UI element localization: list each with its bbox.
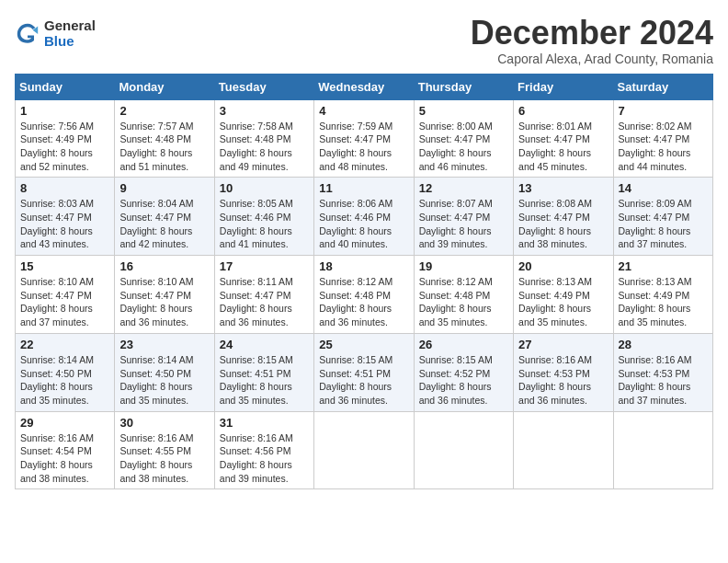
header-sunday: Sunday <box>16 74 115 99</box>
calendar-week-row: 29 Sunrise: 8:16 AMSunset: 4:54 PMDaylig… <box>16 411 713 489</box>
day-detail: Sunrise: 7:57 AMSunset: 4:48 PMDaylight:… <box>119 121 193 172</box>
day-number: 9 <box>119 181 209 195</box>
logo-text: General Blue <box>44 18 96 49</box>
logo-icon <box>15 21 40 47</box>
day-detail: Sunrise: 8:16 AMSunset: 4:54 PMDaylight:… <box>20 432 94 484</box>
calendar-cell <box>613 411 712 489</box>
header-thursday: Thursday <box>414 74 513 99</box>
day-number: 23 <box>119 338 209 351</box>
location-subtitle: Caporal Alexa, Arad County, Romania <box>471 52 713 66</box>
day-number: 6 <box>518 104 608 118</box>
logo: General Blue <box>15 18 96 49</box>
day-detail: Sunrise: 8:08 AMSunset: 4:47 PMDaylight:… <box>518 198 592 249</box>
day-detail: Sunrise: 7:56 AMSunset: 4:49 PMDaylight:… <box>20 121 94 172</box>
calendar-cell: 12 Sunrise: 8:07 AMSunset: 4:47 PMDaylig… <box>414 178 513 256</box>
day-detail: Sunrise: 8:04 AMSunset: 4:47 PMDaylight:… <box>119 198 193 249</box>
calendar-cell: 24 Sunrise: 8:15 AMSunset: 4:51 PMDaylig… <box>214 333 313 411</box>
day-number: 20 <box>518 259 608 273</box>
page-header: General Blue December 2024 Caporal Alexa… <box>15 15 713 66</box>
day-detail: Sunrise: 8:07 AMSunset: 4:47 PMDaylight:… <box>419 198 493 249</box>
calendar-cell: 28 Sunrise: 8:16 AMSunset: 4:53 PMDaylig… <box>613 333 712 411</box>
day-detail: Sunrise: 8:10 AMSunset: 4:47 PMDaylight:… <box>119 276 193 327</box>
day-detail: Sunrise: 8:09 AMSunset: 4:47 PMDaylight:… <box>619 198 692 249</box>
calendar-cell: 26 Sunrise: 8:15 AMSunset: 4:52 PMDaylig… <box>414 333 513 411</box>
day-number: 4 <box>319 104 408 118</box>
calendar-week-row: 22 Sunrise: 8:14 AMSunset: 4:50 PMDaylig… <box>16 333 713 411</box>
calendar-cell: 13 Sunrise: 8:08 AMSunset: 4:47 PMDaylig… <box>514 178 613 256</box>
month-title: December 2024 <box>471 15 713 52</box>
day-detail: Sunrise: 8:03 AMSunset: 4:47 PMDaylight:… <box>20 198 94 249</box>
calendar-cell: 5 Sunrise: 8:00 AMSunset: 4:47 PMDayligh… <box>414 99 513 178</box>
day-number: 22 <box>20 338 109 351</box>
day-number: 14 <box>619 181 708 195</box>
calendar-cell: 30 Sunrise: 8:16 AMSunset: 4:55 PMDaylig… <box>115 411 214 489</box>
calendar-cell: 25 Sunrise: 8:15 AMSunset: 4:51 PMDaylig… <box>314 333 414 411</box>
day-number: 15 <box>20 259 109 273</box>
day-detail: Sunrise: 8:16 AMSunset: 4:55 PMDaylight:… <box>119 432 193 484</box>
calendar-cell: 9 Sunrise: 8:04 AMSunset: 4:47 PMDayligh… <box>115 178 214 256</box>
calendar-table: Sunday Monday Tuesday Wednesday Thursday… <box>15 74 713 490</box>
day-number: 25 <box>319 338 408 351</box>
day-number: 29 <box>20 416 109 430</box>
header-saturday: Saturday <box>613 74 712 99</box>
day-detail: Sunrise: 8:12 AMSunset: 4:48 PMDaylight:… <box>419 276 493 327</box>
day-detail: Sunrise: 7:59 AMSunset: 4:47 PMDaylight:… <box>319 121 392 172</box>
header-friday: Friday <box>514 74 613 99</box>
day-number: 31 <box>220 416 309 430</box>
day-detail: Sunrise: 8:13 AMSunset: 4:49 PMDaylight:… <box>619 276 692 327</box>
day-detail: Sunrise: 8:12 AMSunset: 4:48 PMDaylight:… <box>319 276 392 327</box>
day-detail: Sunrise: 8:14 AMSunset: 4:50 PMDaylight:… <box>119 354 193 406</box>
day-detail: Sunrise: 8:16 AMSunset: 4:53 PMDaylight:… <box>619 354 692 406</box>
day-number: 13 <box>518 181 608 195</box>
day-number: 5 <box>419 104 508 118</box>
calendar-cell: 11 Sunrise: 8:06 AMSunset: 4:46 PMDaylig… <box>314 178 414 256</box>
day-number: 17 <box>220 259 309 273</box>
day-detail: Sunrise: 8:06 AMSunset: 4:46 PMDaylight:… <box>319 198 392 249</box>
day-number: 11 <box>319 181 408 195</box>
day-number: 1 <box>20 104 109 118</box>
weekday-header-row: Sunday Monday Tuesday Wednesday Thursday… <box>16 74 713 99</box>
calendar-cell: 2 Sunrise: 7:57 AMSunset: 4:48 PMDayligh… <box>115 99 214 178</box>
calendar-cell: 20 Sunrise: 8:13 AMSunset: 4:49 PMDaylig… <box>514 256 613 334</box>
day-detail: Sunrise: 7:58 AMSunset: 4:48 PMDaylight:… <box>220 121 293 172</box>
day-detail: Sunrise: 8:05 AMSunset: 4:46 PMDaylight:… <box>220 198 293 249</box>
calendar-cell: 29 Sunrise: 8:16 AMSunset: 4:54 PMDaylig… <box>16 411 115 489</box>
day-detail: Sunrise: 8:15 AMSunset: 4:51 PMDaylight:… <box>220 354 293 406</box>
day-number: 19 <box>419 259 508 273</box>
calendar-week-row: 8 Sunrise: 8:03 AMSunset: 4:47 PMDayligh… <box>16 178 713 256</box>
day-number: 3 <box>220 104 309 118</box>
calendar-cell: 22 Sunrise: 8:14 AMSunset: 4:50 PMDaylig… <box>16 333 115 411</box>
calendar-cell: 1 Sunrise: 7:56 AMSunset: 4:49 PMDayligh… <box>16 99 115 178</box>
calendar-cell <box>514 411 613 489</box>
calendar-cell: 10 Sunrise: 8:05 AMSunset: 4:46 PMDaylig… <box>214 178 313 256</box>
title-section: December 2024 Caporal Alexa, Arad County… <box>471 15 713 66</box>
calendar-cell: 14 Sunrise: 8:09 AMSunset: 4:47 PMDaylig… <box>613 178 712 256</box>
logo-blue: Blue <box>44 34 96 50</box>
day-number: 18 <box>319 259 408 273</box>
calendar-cell <box>314 411 414 489</box>
calendar-cell: 6 Sunrise: 8:01 AMSunset: 4:47 PMDayligh… <box>514 99 613 178</box>
day-number: 28 <box>619 338 708 351</box>
day-number: 2 <box>119 104 209 118</box>
calendar-cell: 27 Sunrise: 8:16 AMSunset: 4:53 PMDaylig… <box>514 333 613 411</box>
calendar-week-row: 15 Sunrise: 8:10 AMSunset: 4:47 PMDaylig… <box>16 256 713 334</box>
day-number: 26 <box>419 338 508 351</box>
day-detail: Sunrise: 8:01 AMSunset: 4:47 PMDaylight:… <box>518 121 592 172</box>
day-number: 12 <box>419 181 508 195</box>
calendar-cell: 31 Sunrise: 8:16 AMSunset: 4:56 PMDaylig… <box>214 411 313 489</box>
day-detail: Sunrise: 8:02 AMSunset: 4:47 PMDaylight:… <box>619 121 692 172</box>
calendar-cell: 15 Sunrise: 8:10 AMSunset: 4:47 PMDaylig… <box>16 256 115 334</box>
day-detail: Sunrise: 8:16 AMSunset: 4:53 PMDaylight:… <box>518 354 592 406</box>
calendar-cell: 23 Sunrise: 8:14 AMSunset: 4:50 PMDaylig… <box>115 333 214 411</box>
logo-general: General <box>44 18 96 34</box>
calendar-cell: 17 Sunrise: 8:11 AMSunset: 4:47 PMDaylig… <box>214 256 313 334</box>
day-number: 24 <box>220 338 309 351</box>
day-number: 10 <box>220 181 309 195</box>
day-detail: Sunrise: 8:10 AMSunset: 4:47 PMDaylight:… <box>20 276 94 327</box>
calendar-cell <box>414 411 513 489</box>
day-detail: Sunrise: 8:14 AMSunset: 4:50 PMDaylight:… <box>20 354 94 406</box>
day-number: 8 <box>20 181 109 195</box>
calendar-cell: 3 Sunrise: 7:58 AMSunset: 4:48 PMDayligh… <box>214 99 313 178</box>
calendar-cell: 16 Sunrise: 8:10 AMSunset: 4:47 PMDaylig… <box>115 256 214 334</box>
day-number: 21 <box>619 259 708 273</box>
